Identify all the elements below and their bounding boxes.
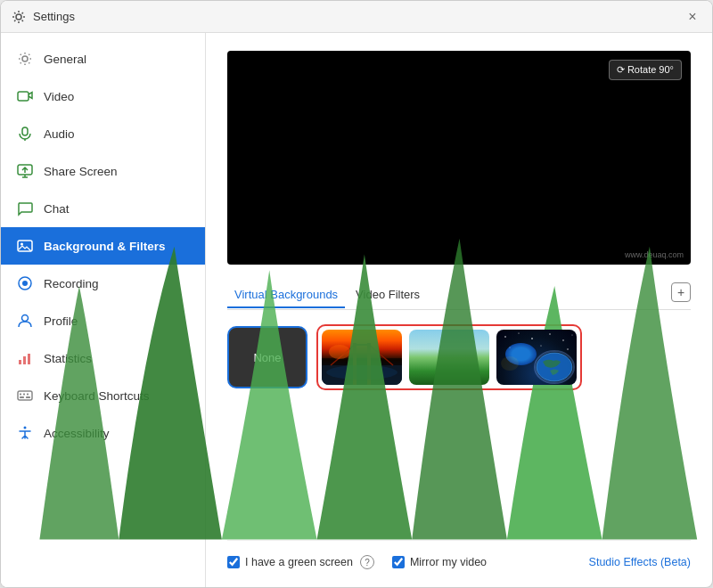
- svg-point-35: [540, 345, 541, 346]
- main-content: ⟳ Rotate 90° www.deuaq.com Virtual Backg…: [206, 33, 712, 587]
- background-image-grass[interactable]: [409, 330, 489, 385]
- svg-point-34: [572, 335, 573, 336]
- background-image-space[interactable]: [496, 330, 577, 385]
- background-images-container: [316, 324, 582, 390]
- background-options: None: [227, 324, 691, 390]
- svg-point-32: [549, 333, 550, 334]
- svg-point-36: [510, 347, 511, 348]
- svg-point-33: [562, 339, 564, 341]
- content-area: General Video: [1, 33, 712, 587]
- svg-point-37: [567, 348, 568, 349]
- svg-point-30: [518, 332, 519, 333]
- settings-window: Settings × General: [0, 0, 713, 588]
- svg-point-31: [531, 338, 533, 339]
- svg-point-29: [504, 336, 506, 338]
- svg-point-41: [501, 356, 519, 371]
